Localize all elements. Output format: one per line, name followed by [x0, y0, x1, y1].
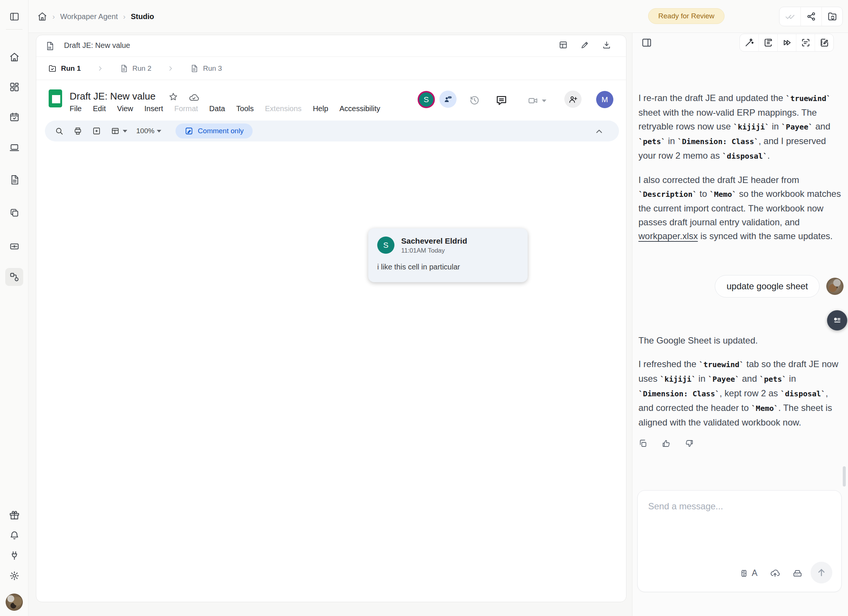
comment-popup[interactable]: S Sacheverel Eldrid 11:01AM Today i like… — [368, 228, 528, 282]
print-icon[interactable] — [73, 126, 82, 135]
run-tab-run-1[interactable]: Run 1 — [48, 64, 81, 73]
video-call-icon[interactable] — [528, 95, 546, 106]
inline-code: `Dimension: Class` — [677, 137, 759, 146]
sidebar-item-bell[interactable] — [5, 526, 23, 544]
menu-help[interactable]: Help — [313, 104, 328, 113]
sidebar-item-laptop[interactable] — [5, 138, 23, 156]
inline-code: `Description` — [638, 190, 697, 199]
chevron-right-icon — [97, 65, 104, 72]
chat-scrollbar-thumb[interactable] — [843, 466, 846, 487]
inline-code: `disposal` — [781, 389, 826, 398]
pencil-icon[interactable] — [580, 40, 589, 49]
message-input-card: A — [637, 490, 842, 592]
collaborator-avatar-s[interactable]: S — [418, 91, 435, 108]
sheet-title[interactable]: Draft JE: New value — [70, 91, 156, 102]
message-input[interactable] — [648, 501, 828, 557]
share-icon[interactable] — [800, 7, 821, 26]
menu-accessibility[interactable]: Accessibility — [339, 104, 380, 113]
breadcrumb-item-workpaper-agent[interactable]: Workpaper Agent — [60, 12, 118, 21]
brain-a-icon[interactable]: A — [739, 568, 757, 578]
file-link[interactable]: workpaper.xlsx — [638, 231, 698, 241]
assistant-message-text: I refreshed the `truewind` tab so the dr… — [638, 357, 844, 429]
top-bar: › Workpaper Agent › Studio Ready for Rev… — [28, 0, 848, 33]
font-size-label: A — [752, 568, 757, 578]
chevron-right-icon: › — [123, 12, 126, 21]
sidebar-item-workflow[interactable] — [5, 268, 23, 286]
zoom-level[interactable]: 100% — [136, 127, 155, 135]
inline-code: `Payee` — [781, 122, 813, 131]
send-button[interactable] — [811, 562, 832, 583]
panel-toggle-icon[interactable] — [641, 37, 652, 48]
fast-forward-icon[interactable] — [777, 34, 796, 51]
scroll-icon[interactable] — [759, 34, 777, 51]
version-history-icon[interactable] — [469, 95, 480, 106]
search-icon[interactable] — [55, 126, 64, 135]
thumbs-up-icon[interactable] — [662, 439, 671, 448]
sidebar-item-gift[interactable] — [5, 506, 23, 524]
sidebar-item-dashboard[interactable] — [5, 78, 23, 96]
share-add-people-icon[interactable] — [564, 91, 582, 108]
sidebar-item-calendar-check[interactable] — [5, 108, 23, 126]
assistant-message-text: I also corrected the draft JE header fro… — [638, 173, 844, 243]
double-check-icon[interactable] — [780, 7, 800, 26]
comments-icon[interactable] — [496, 95, 507, 106]
context-chip-button[interactable] — [827, 310, 847, 330]
star-icon[interactable] — [168, 92, 178, 102]
drive-icon[interactable] — [793, 568, 802, 578]
run-tab-run-2[interactable]: Run 2 — [120, 64, 152, 73]
inline-code: `disposal` — [722, 152, 767, 161]
assistant-message-text: The Google Sheet is updated. — [638, 333, 844, 347]
menu-edit[interactable]: Edit — [93, 104, 106, 113]
inline-code: `kijiji` — [660, 375, 696, 384]
user-avatar — [826, 278, 844, 295]
sidebar-item-copies[interactable] — [5, 204, 23, 222]
menu-insert[interactable]: Insert — [144, 104, 163, 113]
wand-icon[interactable] — [740, 34, 759, 51]
copy-icon[interactable] — [638, 439, 647, 448]
chat-toolbar — [739, 34, 834, 52]
cloud-saved-icon[interactable] — [189, 92, 199, 103]
menu-tools[interactable]: Tools — [236, 104, 254, 113]
notebook-pen-icon[interactable] — [815, 34, 833, 51]
chat-messages: I re-ran the draft JE and updated the `t… — [638, 91, 844, 448]
comment-text: i like this cell in particular — [377, 263, 460, 271]
assistant-message: The Google Sheet is updated.I refreshed … — [638, 333, 844, 448]
thumbs-down-icon[interactable] — [685, 439, 694, 448]
anonymous-viewers-icon[interactable] — [439, 91, 457, 108]
scan-text-icon[interactable] — [796, 34, 815, 51]
home-icon[interactable] — [37, 12, 47, 21]
insert-table-icon[interactable] — [559, 40, 568, 49]
input-actions: A — [739, 568, 802, 578]
sidebar-item-credit-card[interactable] — [5, 237, 23, 255]
inline-code: `truewind` — [786, 94, 831, 103]
sidebar-item-home[interactable] — [5, 48, 23, 66]
pen-square-icon — [184, 126, 193, 135]
sidebar-item-file-text[interactable] — [5, 171, 23, 189]
user-avatar[interactable] — [6, 594, 23, 611]
menu-view[interactable]: View — [117, 104, 133, 113]
sidebar-item-panel-left[interactable] — [5, 7, 23, 25]
commenter-avatar: S — [377, 237, 394, 254]
mode-comment-only[interactable]: Comment only — [176, 123, 253, 138]
assistant-message: I re-ran the draft JE and updated the `t… — [638, 91, 844, 243]
paint-format-icon[interactable] — [111, 126, 120, 135]
inline-code: `Dimension: Class` — [638, 389, 720, 398]
collapse-toolbar-icon[interactable] — [594, 126, 604, 136]
chevron-right-icon: › — [52, 12, 55, 21]
folder-sync-icon[interactable] — [821, 7, 842, 26]
caret-down-icon[interactable] — [157, 130, 161, 132]
assistant-message-text: I re-ran the draft JE and updated the `t… — [638, 91, 844, 163]
cloud-upload-icon[interactable] — [770, 568, 780, 578]
run-tab-run-3[interactable]: Run 3 — [190, 64, 222, 73]
sidebar-item-plug[interactable] — [5, 546, 23, 564]
download-icon[interactable] — [602, 40, 611, 49]
caret-down-icon[interactable] — [123, 130, 127, 132]
run-tab-label: Run 1 — [61, 64, 81, 73]
sheet-menu-bar: FileEditViewInsertFormatDataToolsExtensi… — [70, 104, 380, 113]
status-badge[interactable]: Ready for Review — [648, 8, 725, 24]
add-comment-icon[interactable] — [92, 126, 101, 135]
menu-file[interactable]: File — [70, 104, 82, 113]
menu-data[interactable]: Data — [209, 104, 225, 113]
collaborator-avatar-m[interactable]: M — [596, 91, 613, 108]
sidebar-item-settings[interactable] — [5, 567, 23, 585]
